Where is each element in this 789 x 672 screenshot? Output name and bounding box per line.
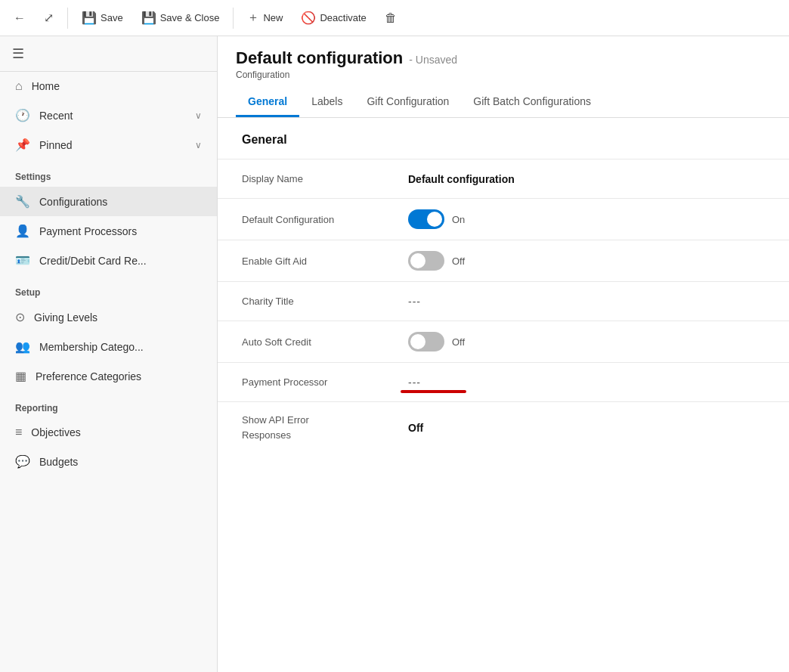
- preference-categories-icon: ▦: [15, 369, 26, 383]
- toolbar-separator-2: [233, 8, 234, 29]
- sidebar-item-payment-processors-label: Payment Processors: [39, 225, 137, 237]
- sidebar-item-giving-levels-label: Giving Levels: [34, 311, 97, 324]
- sidebar-item-credit-debit[interactable]: 🪪 Credit/Debit Card Re...: [0, 246, 217, 275]
- settings-section-header: Settings: [0, 159, 217, 187]
- field-label-default-configuration: Default Configuration: [242, 214, 408, 225]
- membership-icon: 👥: [15, 339, 30, 354]
- toggle-thumb: [427, 212, 442, 227]
- objectives-icon: ≡: [15, 426, 22, 439]
- sidebar-item-configurations[interactable]: 🔧 Configurations: [0, 187, 217, 216]
- field-label-charity-title: Charity Title: [242, 296, 408, 307]
- pinned-icon: 📌: [15, 138, 30, 152]
- new-icon: ＋: [247, 10, 259, 26]
- sidebar-item-preference-categories-label: Preference Categories: [36, 370, 141, 382]
- back-button[interactable]: ←: [6, 7, 33, 29]
- record-subtitle: Configuration: [236, 70, 771, 80]
- payment-processors-icon: 👤: [15, 224, 30, 238]
- pinned-chevron-icon: ∨: [195, 140, 202, 150]
- home-icon: ⌂: [15, 79, 23, 93]
- default-configuration-toggle-label: On: [452, 214, 465, 225]
- deactivate-icon: 🚫: [301, 11, 316, 25]
- tab-general[interactable]: General: [236, 88, 299, 117]
- main-layout: ☰ ⌂ Home 🕐 Recent ∨ 📌 Pinned ∨ Settings …: [0, 36, 789, 672]
- sidebar-item-home[interactable]: ⌂ Home: [0, 72, 217, 101]
- sidebar-item-budgets[interactable]: 💬 Budgets: [0, 447, 217, 476]
- save-label: Save: [101, 12, 123, 23]
- sidebar-item-pinned-label: Pinned: [39, 139, 73, 151]
- tab-gift-batch-configurations[interactable]: Gift Batch Configurations: [461, 88, 603, 117]
- field-value-enable-gift-aid: Off: [408, 251, 765, 271]
- toggle-thumb-auto-soft-credit: [410, 334, 425, 349]
- giving-levels-icon: ⊙: [15, 310, 25, 324]
- sidebar: ☰ ⌂ Home 🕐 Recent ∨ 📌 Pinned ∨ Settings …: [0, 36, 218, 672]
- sidebar-item-recent-label: Recent: [39, 110, 73, 122]
- sidebar-hamburger[interactable]: ☰: [0, 36, 217, 72]
- field-label-payment-processor: Payment Processor: [242, 376, 408, 388]
- sidebar-item-credit-debit-label: Credit/Debit Card Re...: [39, 255, 147, 267]
- field-row-auto-soft-credit: Auto Soft Credit Off: [218, 321, 789, 362]
- tab-gift-configuration[interactable]: Gift Configuration: [354, 88, 461, 117]
- tab-labels[interactable]: Labels: [299, 88, 354, 117]
- save-close-label: Save & Close: [160, 12, 220, 23]
- payment-processor-value: ---: [408, 376, 421, 389]
- sidebar-item-giving-levels[interactable]: ⊙ Giving Levels: [0, 302, 217, 332]
- tabs-bar: General Labels Gift Configuration Gift B…: [236, 88, 771, 117]
- form-section-title: General: [218, 118, 789, 159]
- sidebar-item-pinned[interactable]: 📌 Pinned ∨: [0, 130, 217, 159]
- record-header: Default configuration - Unsaved Configur…: [218, 36, 789, 118]
- setup-section-header: Setup: [0, 275, 217, 302]
- field-value-payment-processor: ---: [408, 376, 765, 389]
- field-row-display-name: Display Name Default configuration: [218, 159, 789, 198]
- record-title: Default configuration: [236, 48, 403, 68]
- open-record-button[interactable]: ⤢: [36, 6, 61, 29]
- sidebar-item-objectives-label: Objectives: [31, 426, 80, 438]
- field-value-display-name: Default configuration: [408, 173, 765, 185]
- delete-icon: 🗑: [385, 11, 397, 25]
- recent-chevron-icon: ∨: [195, 110, 202, 121]
- save-button[interactable]: 💾 Save: [74, 6, 131, 29]
- field-label-display-name: Display Name: [242, 173, 408, 184]
- record-unsaved-badge: - Unsaved: [409, 54, 457, 66]
- delete-button[interactable]: 🗑: [377, 7, 404, 29]
- hamburger-icon: ☰: [12, 45, 24, 62]
- sidebar-item-configurations-label: Configurations: [39, 196, 107, 208]
- credit-debit-icon: 🪪: [15, 253, 30, 268]
- sidebar-item-recent[interactable]: 🕐 Recent ∨: [0, 101, 217, 130]
- deactivate-label: Deactivate: [320, 12, 366, 23]
- field-row-enable-gift-aid: Enable Gift Aid Off: [218, 240, 789, 281]
- field-row-charity-title: Charity Title ---: [218, 281, 789, 321]
- field-value-default-configuration: On: [408, 209, 765, 229]
- auto-soft-credit-toggle[interactable]: [408, 332, 444, 351]
- new-label: New: [263, 12, 283, 23]
- sidebar-item-budgets-label: Budgets: [39, 456, 78, 468]
- field-value-show-api-error: Off: [408, 422, 765, 434]
- field-value-charity-title: ---: [408, 296, 765, 308]
- enable-gift-aid-toggle-label: Off: [452, 255, 465, 267]
- save-close-icon: 💾: [141, 11, 156, 25]
- recent-icon: 🕐: [15, 108, 30, 122]
- open-icon: ⤢: [44, 11, 54, 25]
- reporting-section-header: Reporting: [0, 391, 217, 418]
- deactivate-button[interactable]: 🚫 Deactivate: [293, 6, 373, 29]
- sidebar-item-preference-categories[interactable]: ▦ Preference Categories: [0, 361, 217, 391]
- configurations-icon: 🔧: [15, 194, 30, 209]
- auto-soft-credit-toggle-label: Off: [452, 336, 465, 348]
- new-button[interactable]: ＋ New: [240, 5, 290, 30]
- field-label-show-api-error: Show API ErrorResponses: [242, 413, 408, 442]
- field-label-enable-gift-aid: Enable Gift Aid: [242, 255, 408, 267]
- field-row-show-api-error: Show API ErrorResponses Off: [218, 401, 789, 453]
- field-value-auto-soft-credit: Off: [408, 332, 765, 351]
- save-icon: 💾: [82, 11, 97, 25]
- enable-gift-aid-toggle[interactable]: [408, 251, 444, 271]
- sidebar-item-membership-label: Membership Catego...: [39, 341, 144, 353]
- budgets-icon: 💬: [15, 454, 30, 469]
- field-row-payment-processor: Payment Processor ---: [218, 362, 789, 401]
- sidebar-item-objectives[interactable]: ≡ Objectives: [0, 418, 217, 447]
- form-area: General Display Name Default configurati…: [218, 118, 789, 672]
- sidebar-item-home-label: Home: [32, 80, 60, 92]
- default-configuration-toggle[interactable]: [408, 209, 444, 229]
- sidebar-item-membership[interactable]: 👥 Membership Catego...: [0, 332, 217, 361]
- toolbar-separator-1: [67, 8, 68, 29]
- save-close-button[interactable]: 💾 Save & Close: [134, 6, 227, 29]
- sidebar-item-payment-processors[interactable]: 👤 Payment Processors: [0, 216, 217, 246]
